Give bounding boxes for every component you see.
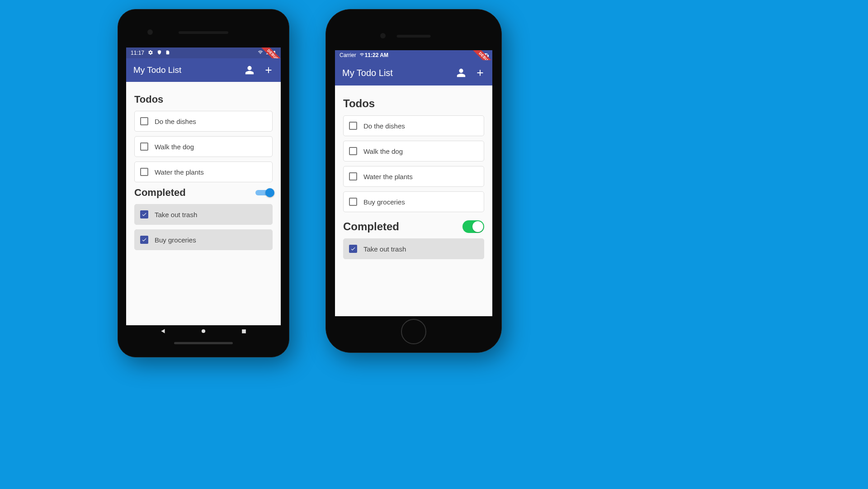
- todo-label: Take out trash: [363, 245, 406, 253]
- todos-title: Todos: [134, 94, 163, 105]
- todo-checkbox[interactable]: [349, 245, 357, 253]
- nav-home-icon[interactable]: [200, 328, 207, 336]
- ios-sensor: [380, 33, 386, 38]
- ios-speaker: [397, 35, 431, 38]
- nav-back-icon[interactable]: [160, 328, 166, 336]
- status-time: 11:17: [131, 50, 144, 56]
- android-device-frame: 11:17: [118, 9, 289, 357]
- completed-list: Take out trashBuy groceries: [134, 204, 273, 250]
- completed-title: Completed: [134, 187, 186, 199]
- todo-label: Buy groceries: [155, 236, 196, 244]
- completed-section-header: Completed: [134, 187, 273, 199]
- todos-list: Do the dishesWalk the dogWater the plant…: [134, 111, 273, 182]
- todo-item[interactable]: Do the dishes: [343, 115, 484, 136]
- nav-recent-icon[interactable]: [241, 328, 247, 336]
- android-chin: [174, 342, 233, 344]
- todo-checkbox[interactable]: [140, 236, 148, 244]
- android-content: Todos Do the dishesWalk the dogWater the…: [126, 82, 281, 262]
- ios-content: Todos Do the dishesWalk the dogWater the…: [335, 85, 492, 271]
- todo-label: Take out trash: [155, 211, 197, 218]
- todo-checkbox[interactable]: [349, 122, 357, 130]
- todo-checkbox[interactable]: [349, 198, 357, 206]
- android-nav-bar: [118, 328, 289, 336]
- settings-icon: [148, 50, 153, 57]
- add-button[interactable]: [264, 65, 274, 75]
- todo-item[interactable]: Take out trash: [134, 204, 273, 225]
- todos-section-header: Todos: [134, 94, 273, 105]
- todos-section-header: Todos: [343, 97, 484, 110]
- todo-checkbox[interactable]: [140, 210, 148, 218]
- todo-label: Walk the dog: [155, 143, 194, 151]
- file-icon: [165, 50, 170, 57]
- wifi-icon: [359, 52, 365, 58]
- todo-item[interactable]: Walk the dog: [343, 141, 484, 161]
- show-completed-toggle[interactable]: [255, 188, 273, 197]
- todos-list: Do the dishesWalk the dogWater the plant…: [343, 115, 484, 212]
- show-completed-toggle[interactable]: [462, 220, 484, 233]
- app-title: My Todo List: [342, 68, 393, 78]
- add-button[interactable]: [475, 68, 485, 78]
- ios-status-bar: Carrier 11:22 AM: [335, 50, 492, 60]
- todo-checkbox[interactable]: [349, 147, 357, 155]
- todo-checkbox[interactable]: [140, 142, 148, 151]
- todo-label: Do the dishes: [363, 122, 405, 130]
- ios-device-frame: Carrier 11:22 AM DEBUG My Todo List: [326, 9, 502, 353]
- todos-title: Todos: [343, 97, 375, 110]
- wifi-icon: [257, 50, 264, 56]
- app-bar: My Todo List: [335, 60, 492, 85]
- android-status-bar: 11:17: [126, 47, 281, 58]
- todo-item[interactable]: Do the dishes: [134, 111, 273, 132]
- todo-label: Water the plants: [155, 168, 204, 176]
- ios-home-button[interactable]: [401, 319, 426, 344]
- completed-list: Take out trash: [343, 238, 484, 259]
- android-speaker: [179, 31, 228, 34]
- app-bar: My Todo List: [126, 58, 281, 82]
- shield-icon: [157, 50, 162, 56]
- completed-title: Completed: [343, 220, 399, 233]
- carrier-label: Carrier: [340, 52, 356, 58]
- todo-item[interactable]: Walk the dog: [134, 136, 273, 157]
- account-button[interactable]: [456, 68, 466, 78]
- todo-checkbox[interactable]: [140, 117, 148, 125]
- svg-point-0: [202, 329, 205, 333]
- completed-section-header: Completed: [343, 220, 484, 233]
- todo-item[interactable]: Water the plants: [343, 166, 484, 187]
- todo-label: Do the dishes: [155, 118, 196, 125]
- todo-checkbox[interactable]: [349, 172, 357, 180]
- todo-item[interactable]: Take out trash: [343, 238, 484, 259]
- todo-label: Water the plants: [363, 173, 413, 180]
- android-camera: [147, 29, 153, 35]
- todo-checkbox[interactable]: [140, 168, 148, 176]
- ios-screen: Carrier 11:22 AM DEBUG My Todo List: [335, 50, 492, 316]
- todo-item[interactable]: Buy groceries: [134, 229, 273, 250]
- svg-rect-1: [242, 329, 246, 333]
- todo-item[interactable]: Buy groceries: [343, 191, 484, 212]
- app-title: My Todo List: [133, 65, 181, 75]
- android-screen: 11:17: [126, 47, 281, 325]
- todo-item[interactable]: Water the plants: [134, 161, 273, 182]
- todo-label: Walk the dog: [363, 147, 403, 155]
- account-button[interactable]: [245, 65, 255, 75]
- todo-label: Buy groceries: [363, 198, 405, 206]
- status-time: 11:22 AM: [365, 52, 388, 58]
